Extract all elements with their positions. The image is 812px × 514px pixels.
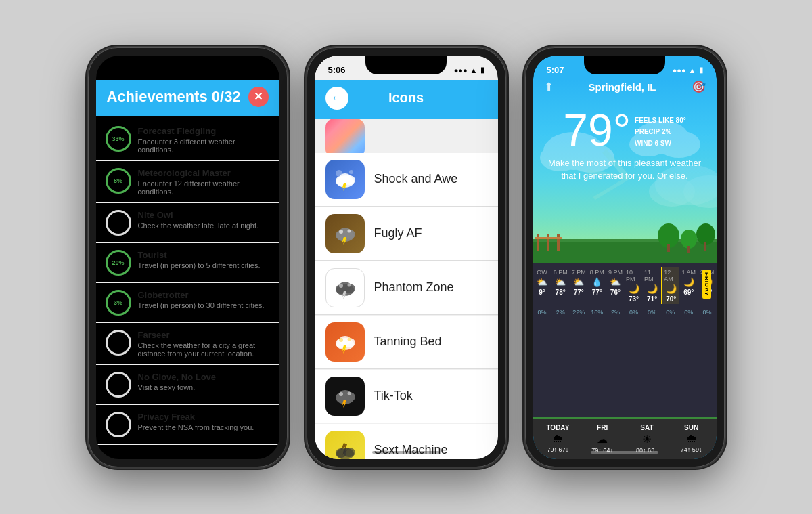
icon-list-item[interactable]: Tik-Tok: [315, 370, 498, 423]
status-icons-2: ●●● ▲ ▮: [454, 66, 484, 74]
icon-list-item[interactable]: Fugly AF: [315, 207, 498, 261]
daily-label: SAT: [625, 424, 669, 431]
battery-icon-2: ▮: [480, 66, 484, 74]
status-icons-1: ●●● ▲ ▮: [235, 66, 266, 74]
achievement-title: Privacy Freak: [138, 412, 254, 422]
svg-point-59: [681, 230, 697, 249]
daily-weather-icon: 🌧: [669, 433, 714, 445]
weather-temp: 79°: [563, 108, 631, 152]
achievement-desc: Travel (in person) to 5 different cities…: [138, 261, 261, 270]
hourly-col: OW ⛅ 9°: [533, 267, 551, 304]
icon-list[interactable]: Shock and Awe Fugly AF Phantom Zone: [315, 153, 498, 459]
svg-rect-60: [687, 246, 690, 253]
hourly-col: 9 PM ⛅ 76°: [606, 267, 625, 304]
svg-rect-56: [535, 237, 562, 239]
progress-circle: 3%: [106, 290, 131, 316]
daily-item: SUN 🌧 74↑ 59↓: [669, 424, 714, 454]
precip-value: 22%: [572, 309, 585, 316]
hourly-time: 1 AM: [682, 269, 696, 276]
hourly-section[interactable]: OW ⛅ 9° 6 PM ⛅ 78° 7 PM ⛅ 77° 8 PM 💧 77°…: [533, 263, 717, 417]
precip-value: 0%: [702, 309, 711, 316]
hourly-weather-icon: 🌙: [647, 284, 658, 294]
achievement-title: Nite Owl: [138, 210, 259, 220]
notch-1: [147, 56, 228, 74]
svg-point-29: [347, 391, 351, 395]
svg-rect-55: [557, 234, 560, 251]
precip-col: 0%: [625, 309, 643, 316]
hourly-temp: 69°: [683, 288, 694, 296]
close-button[interactable]: ✕: [248, 87, 269, 107]
precip-col: 22%: [570, 309, 588, 316]
progress-circle: [106, 330, 131, 356]
icon-list-item[interactable]: Sext Machine: [315, 424, 498, 459]
daily-weather-icon: ☀: [625, 433, 669, 446]
daily-label: SUN: [669, 424, 714, 431]
precip-value: 0%: [629, 309, 638, 316]
precip-value: 0%: [538, 309, 547, 316]
progress-circle: [106, 412, 131, 437]
hourly-temp: 70°: [666, 295, 676, 303]
daily-item: FRI ☁ 79↑ 64↓: [580, 424, 625, 454]
hourly-weather-icon: ⛅: [537, 277, 547, 287]
hourly-col: 1 AM 🌙 69°: [679, 267, 698, 304]
progress-circle: 20%: [106, 250, 131, 276]
svg-point-5: [349, 170, 353, 174]
progress-circle: [106, 372, 131, 398]
achievement-item: No Glove, No LoveVisit a sexy town.: [96, 365, 279, 405]
svg-point-28: [339, 392, 343, 396]
achievement-desc: Encounter 12 different weather condition…: [138, 179, 270, 196]
achievement-item: 20%TouristTravel (in person) to 5 differ…: [96, 243, 279, 283]
achievements-title: Achievements 0/32: [107, 88, 241, 106]
weather-top: ⬆ Springfield, IL 🎯 79° FEELS LIKE 80° P…: [533, 80, 717, 263]
hourly-time: 11 PM: [644, 269, 660, 282]
svg-rect-54: [547, 234, 549, 251]
hourly-temp: 73°: [629, 295, 639, 303]
app-icon-fugly-af: [325, 214, 365, 253]
hourly-col: 12 AM 🌙 70°: [661, 267, 679, 304]
battery-icon: ▮: [262, 66, 266, 74]
achievement-list[interactable]: 33%Forecast FledglingEncounter 3 differe…: [96, 116, 279, 452]
icon-name: Sext Machine: [374, 443, 448, 457]
achievement-title: Meteorological Master: [138, 168, 270, 178]
status-icons-3: ●●● ▲ ▮: [673, 66, 703, 74]
wifi-icon-2: ▲: [470, 66, 478, 74]
hourly-weather-icon: 💧: [591, 277, 602, 287]
share-icon[interactable]: ⬆: [544, 80, 554, 94]
svg-rect-53: [537, 234, 539, 251]
achievement-desc: Visit a sexy town.: [138, 383, 217, 391]
achievement-item: Nite OwlCheck the weather late, late at …: [96, 203, 279, 243]
hourly-time: 12 AM: [664, 269, 678, 282]
svg-point-22: [339, 338, 343, 342]
hourly-weather-icon: ⛅: [573, 277, 584, 287]
achievement-title: Farseer: [138, 330, 270, 340]
home-indicator-1: [154, 451, 221, 454]
back-button[interactable]: ←: [325, 87, 348, 110]
battery-icon-3: ▮: [699, 66, 703, 74]
icon-list-item[interactable]: Shock and Awe: [315, 153, 498, 207]
hourly-temp: 71°: [647, 295, 657, 303]
hourly-col: 6 PM ⛅ 78°: [551, 267, 570, 304]
icon-list-item[interactable]: Tanning Bed: [315, 316, 498, 369]
weather-city: Springfield, IL: [589, 81, 656, 93]
achievement-title: Forecast Fledgling: [138, 126, 270, 136]
icon-list-item[interactable]: Phantom Zone: [315, 261, 498, 315]
signal-icon-2: ●●●: [454, 66, 468, 74]
precip-col: 0%: [698, 309, 716, 316]
wifi-icon-3: ▲: [689, 66, 696, 74]
target-icon[interactable]: 🎯: [692, 80, 706, 94]
hourly-time: OW: [537, 269, 547, 276]
signal-icon-3: ●●●: [673, 66, 686, 74]
hourly-col: 7 PM ⛅ 77°: [570, 267, 588, 304]
hourly-weather-icon: ⛅: [555, 277, 566, 287]
signal-icon: ●●●: [235, 66, 249, 74]
icon-name: Tik-Tok: [374, 389, 413, 403]
phone-weather: 5:07 ●●● ▲ ▮: [525, 47, 725, 467]
hourly-col: 10 PM 🌙 73°: [625, 267, 643, 304]
hourly-time: 7 PM: [572, 269, 586, 276]
app-icon-sext-machine: [325, 431, 365, 459]
hourly-time: 9 PM: [608, 269, 623, 276]
achievement-item: 3%GlobetrotterTravel (in person) to 30 d…: [96, 283, 279, 323]
svg-point-32: [343, 448, 355, 457]
hourly-temp: 76°: [610, 288, 621, 296]
svg-rect-58: [667, 244, 670, 252]
